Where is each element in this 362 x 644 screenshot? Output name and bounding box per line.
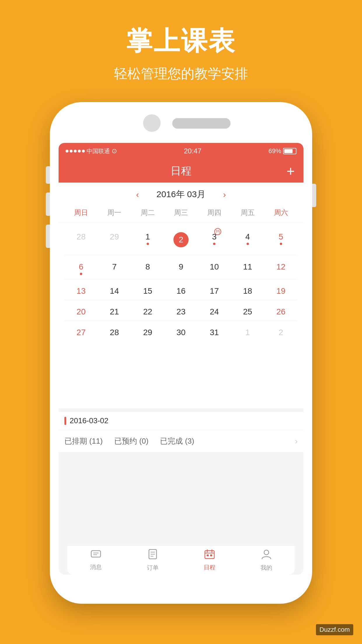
cal-cell-31[interactable]: 31	[198, 321, 231, 341]
cal-cell-18[interactable]: 18	[231, 279, 264, 300]
day-header-thu: 周四	[198, 206, 231, 219]
day-headers: 周日 周一 周二 周三 周四 周五 周六	[59, 203, 303, 222]
svg-rect-12	[210, 554, 212, 556]
battery-fill	[284, 149, 293, 153]
cal-cell-5[interactable]: 5	[264, 225, 298, 255]
next-month-button[interactable]: ›	[223, 190, 226, 200]
cal-cell-26[interactable]: 26	[264, 300, 298, 321]
status-left: 中国联通 ⊙	[66, 147, 117, 155]
tab-profile-label: 我的	[261, 564, 272, 572]
cal-cell-23[interactable]: 23	[164, 300, 198, 321]
calendar-row-2: 6 7 8 9 10 11	[64, 255, 298, 279]
phone-speaker	[172, 118, 231, 129]
cal-cell-13[interactable]: 13	[64, 279, 98, 300]
reservation-badge: 约	[214, 228, 221, 235]
tab-orders-label: 订单	[147, 564, 159, 572]
phone-camera	[143, 114, 161, 132]
cal-cell-12[interactable]: 12	[264, 255, 298, 279]
screen: 中国联通 ⊙ 20:47 69% 日程 + ‹ 2016年 03月 ›	[59, 143, 303, 575]
date-section: 2016-03-02	[59, 411, 303, 430]
cal-cell-24[interactable]: 24	[198, 300, 231, 321]
selected-date-text: 2016-03-02	[70, 416, 108, 425]
day-header-fri: 周五	[231, 206, 264, 219]
cal-cell-11[interactable]: 11	[231, 255, 264, 279]
nav-title: 日程	[171, 164, 191, 178]
profile-icon	[261, 549, 271, 562]
calendar-row-3: 13 14 15 16 17 18	[64, 279, 298, 300]
svg-rect-7	[205, 551, 214, 559]
cal-cell-2-today[interactable]: 2	[164, 225, 198, 255]
cal-cell-7[interactable]: 7	[98, 255, 131, 279]
signal-dot-1	[66, 150, 68, 153]
phone-frame: 中国联通 ⊙ 20:47 69% 日程 + ‹ 2016年 03月 ›	[50, 102, 312, 604]
tab-bar: 消息 订单	[67, 545, 295, 575]
completed-count: 已完成 (3)	[160, 436, 194, 446]
cal-cell-next-2[interactable]: 2	[264, 321, 298, 341]
tab-messages[interactable]: 消息	[67, 546, 124, 575]
date-accent-bar	[64, 417, 66, 425]
cal-cell-21[interactable]: 21	[98, 300, 131, 321]
cal-cell-next-1[interactable]: 1	[231, 321, 264, 341]
today-indicator: 2	[173, 232, 189, 247]
selected-date-label: 2016-03-02	[64, 416, 298, 425]
nav-bar: 日程 +	[59, 159, 303, 183]
scheduled-count: 已排期 (11)	[64, 436, 103, 446]
calendar-area: ‹ 2016年 03月 › 周日 周一 周二 周三 周四 周五 周六 28	[59, 183, 303, 344]
cal-cell-1[interactable]: 1	[131, 225, 164, 255]
cal-cell-10[interactable]: 10	[198, 255, 231, 279]
cal-cell-15[interactable]: 15	[131, 279, 164, 300]
messages-icon	[91, 549, 101, 561]
tab-messages-label: 消息	[90, 563, 102, 571]
cal-cell-30[interactable]: 30	[164, 321, 198, 341]
day-header-wed: 周三	[164, 206, 198, 219]
cal-cell-17[interactable]: 17	[198, 279, 231, 300]
cal-cell-28[interactable]: 28	[98, 321, 131, 341]
prev-month-button[interactable]: ‹	[136, 190, 139, 200]
status-bar: 中国联通 ⊙ 20:47 69%	[59, 143, 303, 159]
schedule-icon	[204, 549, 215, 562]
chevron-right-icon: ›	[295, 437, 298, 446]
volume-down-button	[46, 225, 50, 248]
calendar-row-1: 28 29 1 2	[64, 225, 298, 255]
calendar-grid: 28 29 1 2	[59, 222, 303, 344]
status-summary-row[interactable]: 已排期 (11) 已预约 (0) 已完成 (3) ›	[59, 430, 303, 452]
calendar-row-5: 27 28 29 30 31 1	[64, 321, 298, 341]
cal-cell[interactable]: 28	[64, 225, 98, 255]
battery-percent: 69%	[268, 147, 281, 155]
day-header-sat: 周六	[264, 206, 298, 219]
content-area	[59, 344, 303, 408]
cal-cell-3[interactable]: 3 约	[198, 225, 231, 255]
cal-cell-14[interactable]: 14	[98, 279, 131, 300]
cal-cell-20[interactable]: 20	[64, 300, 98, 321]
tab-profile[interactable]: 我的	[238, 546, 295, 575]
tab-orders[interactable]: 订单	[124, 546, 181, 575]
app-title: 掌上课表	[0, 23, 362, 59]
add-button[interactable]: +	[287, 163, 295, 179]
cal-cell-4[interactable]: 4	[231, 225, 264, 255]
cal-cell-27[interactable]: 27	[64, 321, 98, 341]
svg-point-13	[264, 550, 269, 555]
cal-cell[interactable]: 29	[98, 225, 131, 255]
calendar-row-4: 20 21 22 23 24 25	[64, 300, 298, 321]
cal-cell-19[interactable]: 19	[264, 279, 298, 300]
app-subtitle: 轻松管理您的教学安排	[0, 65, 362, 83]
tab-schedule[interactable]: 日程	[181, 546, 238, 575]
tab-schedule-label: 日程	[204, 564, 215, 571]
signal-dot-2	[70, 150, 73, 153]
status-items: 已排期 (11) 已预约 (0) 已完成 (3)	[64, 436, 194, 446]
cal-cell-9[interactable]: 9	[164, 255, 198, 279]
status-right: 69%	[268, 147, 296, 155]
cal-cell-29[interactable]: 29	[131, 321, 164, 341]
signal-dots	[66, 150, 85, 153]
cal-cell-25[interactable]: 25	[231, 300, 264, 321]
cal-cell-6[interactable]: 6	[64, 255, 98, 279]
carrier-label: 中国联通	[87, 147, 110, 155]
booked-count: 已预约 (0)	[114, 436, 148, 446]
svg-rect-11	[207, 554, 209, 556]
signal-dot-4	[78, 150, 81, 153]
cal-cell-22[interactable]: 22	[131, 300, 164, 321]
time-display: 20:47	[184, 147, 201, 155]
silent-button	[46, 166, 50, 184]
cal-cell-16[interactable]: 16	[164, 279, 198, 300]
cal-cell-8[interactable]: 8	[131, 255, 164, 279]
